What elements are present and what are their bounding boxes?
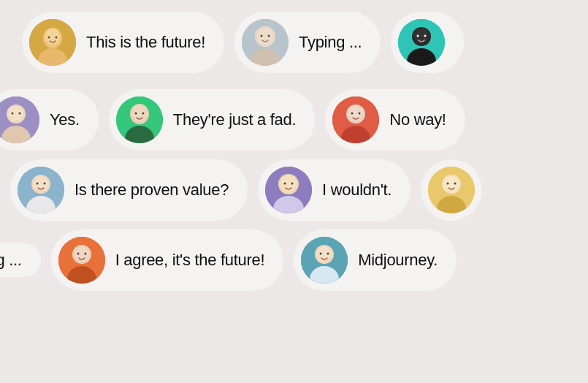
svg-point-11: [268, 35, 270, 37]
svg-point-53: [454, 183, 457, 185]
avatar-2: [242, 19, 289, 66]
avatar-10: [58, 237, 105, 284]
chat-background: This is the future! Typing ...: [0, 0, 588, 383]
bubble-midjourney-text: Midjourney.: [358, 251, 438, 270]
svg-point-28: [134, 113, 137, 115]
svg-point-17: [424, 35, 427, 37]
bubble-noway: No way!: [325, 89, 465, 151]
svg-point-29: [142, 113, 144, 115]
bubble-proven-text: Is there proven value?: [75, 181, 229, 200]
svg-point-34: [351, 113, 354, 115]
svg-point-58: [77, 253, 79, 255]
svg-point-21: [9, 106, 23, 121]
bubble-proven: Is there proven value?: [10, 159, 248, 221]
avatar-9: [428, 167, 475, 213]
svg-point-59: [84, 253, 86, 255]
bubble-fad-text: They're just a fad.: [173, 110, 296, 129]
bubble-typing-text: Typing ...: [299, 33, 362, 52]
svg-point-41: [44, 183, 46, 185]
svg-point-16: [417, 35, 419, 37]
svg-point-39: [34, 176, 48, 191]
svg-point-64: [320, 253, 322, 255]
svg-point-5: [56, 37, 58, 39]
row-1: This is the future! Typing ...: [0, 0, 588, 85]
avatar-11: [301, 237, 348, 284]
bubble-partial-ping: ping ...: [0, 243, 41, 277]
avatar-3: [398, 19, 445, 66]
svg-point-4: [48, 37, 50, 39]
svg-point-33: [348, 106, 363, 121]
bubble-future-text: This is the future!: [86, 33, 205, 52]
svg-point-40: [37, 183, 39, 185]
bubble-noway-text: No way!: [389, 110, 446, 129]
bubble-wouldnt: I wouldn't.: [258, 159, 411, 221]
bubble-ping-text: ping ...: [0, 251, 22, 270]
svg-point-57: [75, 246, 89, 261]
row-2: Yes. They're just a fad.: [0, 85, 588, 155]
row-4: ping ... I agree, it's the future!: [0, 225, 588, 295]
bubble-partial-3: [421, 159, 482, 221]
svg-point-63: [317, 246, 332, 261]
svg-point-23: [19, 113, 21, 115]
bubble-partial-1: [391, 12, 464, 73]
bubble-agree: I agree, it's the future!: [51, 230, 284, 291]
svg-point-10: [261, 35, 263, 37]
svg-point-35: [359, 113, 361, 115]
row-3: Is there proven value? I wouldn't.: [0, 155, 588, 225]
bubble-future: This is the future!: [22, 12, 224, 73]
svg-point-65: [327, 253, 329, 255]
bubble-fad: They're just a fad.: [109, 89, 315, 151]
avatar-7: [18, 167, 64, 213]
svg-point-47: [291, 183, 294, 185]
bubble-typing: Typing ...: [234, 12, 381, 73]
avatar-8: [265, 167, 312, 213]
svg-point-15: [414, 29, 429, 43]
avatar-partial-2: [0, 96, 39, 143]
avatar-1: [29, 19, 76, 66]
svg-point-22: [12, 113, 14, 115]
bubble-midjourney: Midjourney.: [294, 230, 457, 291]
bubble-wouldnt-text: I wouldn't.: [322, 181, 392, 200]
svg-point-52: [447, 183, 449, 185]
svg-point-46: [284, 183, 286, 185]
avatar-6: [332, 96, 379, 143]
bubble-agree-text: I agree, it's the future!: [115, 251, 265, 270]
bubble-partial-left-2: Yes.: [0, 89, 99, 151]
avatar-5: [116, 96, 163, 143]
bubble-yes-text: Yes.: [50, 110, 80, 129]
svg-point-51: [444, 176, 459, 191]
